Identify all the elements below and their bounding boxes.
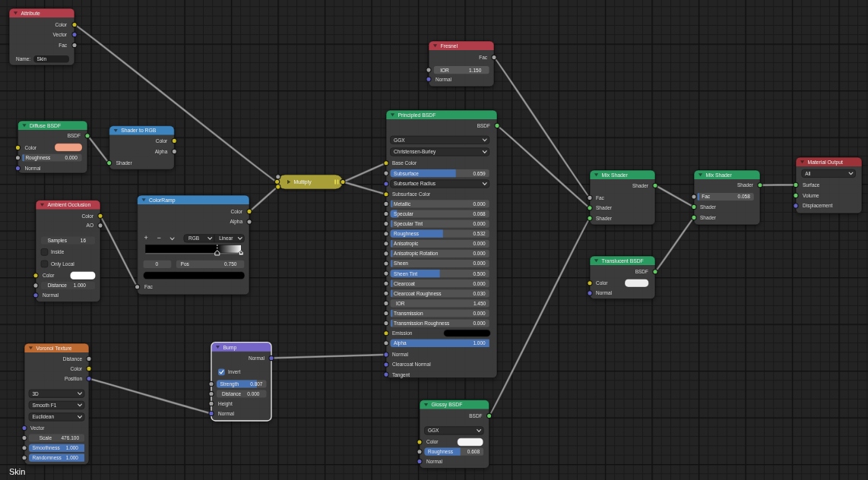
svg-text:BSDF: BSDF	[68, 133, 81, 138]
svg-text:Fac: Fac	[702, 194, 711, 199]
svg-text:Inside: Inside	[51, 249, 65, 254]
svg-text:Smooth F1: Smooth F1	[33, 403, 57, 408]
svg-text:Shader: Shader	[632, 183, 649, 188]
svg-text:Transmission Roughness: Transmission Roughness	[394, 321, 450, 327]
svg-text:Fac: Fac	[59, 43, 68, 48]
svg-text:Color: Color	[596, 280, 608, 286]
svg-text:+: +	[144, 234, 148, 242]
svg-text:Smoothness: Smoothness	[33, 445, 61, 450]
svg-text:Linear: Linear	[219, 235, 233, 241]
svg-text:Ambient Occlusion: Ambient Occlusion	[48, 202, 91, 207]
svg-text:0.000: 0.000	[473, 281, 486, 286]
svg-text:Color: Color	[426, 439, 439, 444]
svg-text:Attribute: Attribute	[21, 11, 41, 16]
svg-text:Displacement: Displacement	[803, 203, 833, 209]
svg-text:Normal: Normal	[25, 166, 42, 171]
svg-text:Anisotropic Rotation: Anisotropic Rotation	[394, 251, 439, 257]
svg-text:Normal: Normal	[596, 290, 613, 295]
svg-text:0.659: 0.659	[473, 171, 486, 176]
svg-text:Alpha: Alpha	[230, 219, 242, 225]
svg-text:ColorRamp: ColorRamp	[149, 197, 176, 204]
svg-text:Shader: Shader	[700, 215, 717, 220]
svg-text:Samples: Samples	[48, 238, 68, 244]
svg-text:0.000: 0.000	[473, 221, 486, 226]
svg-text:Color: Color	[43, 273, 55, 278]
svg-text:Tangent: Tangent	[392, 372, 410, 378]
svg-text:Scale: Scale	[40, 435, 52, 441]
svg-text:Specular: Specular	[394, 211, 413, 217]
svg-text:Subsurface Color: Subsurface Color	[392, 191, 431, 197]
svg-text:0.000: 0.000	[65, 155, 78, 160]
svg-text:0.608: 0.608	[467, 449, 480, 454]
svg-text:Fac: Fac	[596, 195, 605, 201]
svg-text:Normal: Normal	[426, 459, 443, 464]
svg-text:Roughness: Roughness	[25, 155, 51, 161]
svg-text:0.030: 0.030	[473, 291, 486, 296]
svg-text:Color: Color	[81, 213, 93, 219]
svg-text:0.750: 0.750	[224, 261, 237, 267]
svg-text:Metallic: Metallic	[394, 201, 411, 207]
svg-text:Fac: Fac	[144, 284, 154, 289]
svg-text:Roughness: Roughness	[394, 231, 420, 237]
svg-text:GGX: GGX	[428, 428, 439, 433]
svg-text:All: All	[805, 171, 811, 176]
svg-text:1.450: 1.450	[474, 301, 486, 306]
svg-text:Subsurface Radius: Subsurface Radius	[394, 181, 436, 186]
svg-text:Color: Color	[55, 22, 67, 27]
svg-text:0.500: 0.500	[473, 271, 486, 276]
svg-text:IOR: IOR	[396, 301, 405, 306]
svg-text:0: 0	[156, 261, 159, 267]
svg-text:Invert: Invert	[228, 369, 240, 374]
svg-text:Christensen-Burley: Christensen-Burley	[394, 149, 436, 155]
svg-text:Mix Shader: Mix Shader	[602, 172, 629, 178]
svg-text:Volume: Volume	[803, 193, 819, 198]
svg-text:Surface: Surface	[803, 182, 820, 188]
svg-text:Shader: Shader	[116, 160, 133, 166]
svg-text:AO: AO	[87, 223, 93, 228]
svg-text:Material Output: Material Output	[808, 159, 844, 166]
svg-text:16: 16	[81, 238, 87, 243]
svg-text:Skin: Skin	[9, 467, 25, 476]
svg-text:0.068: 0.068	[473, 211, 486, 216]
svg-text:0.000: 0.000	[473, 261, 486, 266]
svg-text:Normal: Normal	[392, 352, 409, 357]
svg-text:0.000: 0.000	[473, 201, 486, 207]
svg-text:Color: Color	[230, 209, 242, 214]
svg-text:Shader: Shader	[596, 216, 613, 221]
svg-text:1.000: 1.000	[74, 283, 87, 288]
svg-text:Voronoi Texture: Voronoi Texture	[36, 346, 72, 351]
svg-text:Shader: Shader	[596, 205, 613, 210]
svg-text:Color: Color	[156, 138, 168, 144]
svg-text:Shader: Shader	[700, 204, 717, 210]
svg-text:0.000: 0.000	[473, 241, 486, 246]
svg-text:476.100: 476.100	[62, 435, 80, 441]
svg-text:Normal: Normal	[43, 292, 59, 298]
svg-text:Distance: Distance	[222, 391, 242, 396]
svg-text:BSDF: BSDF	[477, 123, 490, 128]
svg-text:Pos: Pos	[181, 261, 190, 267]
svg-text:3D: 3D	[33, 391, 40, 396]
svg-text:Alpha: Alpha	[394, 340, 407, 346]
svg-text:Distance: Distance	[63, 356, 83, 362]
svg-text:Transmission: Transmission	[394, 311, 423, 316]
svg-text:Position: Position	[65, 376, 83, 381]
svg-text:Skin: Skin	[37, 56, 47, 62]
svg-text:Only Local: Only Local	[51, 261, 74, 267]
svg-text:Translucent BSDF: Translucent BSDF	[602, 258, 644, 264]
svg-text:Normal: Normal	[218, 411, 235, 416]
svg-text:1.000: 1.000	[66, 445, 79, 450]
svg-text:GGX: GGX	[394, 137, 405, 143]
svg-text:Color: Color	[70, 366, 82, 371]
svg-text:Color: Color	[25, 145, 37, 150]
svg-text:Distance: Distance	[48, 283, 68, 288]
svg-text:Euclidean: Euclidean	[33, 414, 55, 419]
svg-text:Normal: Normal	[249, 355, 265, 361]
svg-text:0.532: 0.532	[473, 231, 486, 236]
svg-text:0.000: 0.000	[473, 321, 486, 326]
svg-text:BSDF: BSDF	[635, 269, 648, 274]
svg-text:0.058: 0.058	[738, 194, 751, 199]
svg-text:Clearcoat Normal: Clearcoat Normal	[392, 362, 431, 367]
svg-text:Fresnel: Fresnel	[441, 43, 458, 49]
svg-text:Alpha: Alpha	[155, 149, 168, 155]
svg-text:Normal: Normal	[436, 77, 452, 82]
